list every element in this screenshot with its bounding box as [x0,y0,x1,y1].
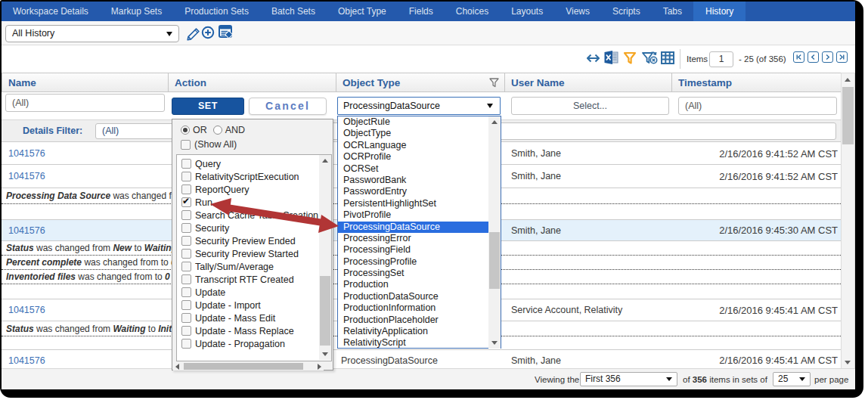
option-checkbox[interactable] [181,210,191,220]
scroll-left-icon[interactable] [175,364,179,370]
object-type-option[interactable]: ProcessingSet [338,268,501,279]
object-type-option[interactable]: ProductionInformation [338,302,501,314]
object-type-option[interactable]: ProductionDataSource [338,291,501,302]
object-type-option[interactable]: OCRLanguage [338,140,501,151]
object-type-option[interactable]: ProcessingError [338,233,501,244]
scroll-right-icon[interactable] [318,364,321,370]
tab-history[interactable]: History [693,2,746,21]
user-name-filter-select[interactable]: Select... [511,97,669,115]
action-filter-option[interactable]: Security [177,222,331,234]
object-type-option[interactable]: PasswordBank [338,175,501,186]
show-all-checkbox[interactable] [181,140,191,150]
scroll-down-button[interactable] [319,349,331,360]
tab-views[interactable]: Views [554,2,601,21]
action-filter-option[interactable]: Update - Mass Replace [177,324,331,337]
action-filter-option[interactable]: Update [177,286,331,299]
object-type-option[interactable]: PersistentHighlightSet [338,198,501,209]
cell-name[interactable]: 1041576 [2,165,168,188]
option-checkbox[interactable] [181,287,191,297]
vertical-scrollbar[interactable] [841,73,855,368]
tab-batch-sets[interactable]: Batch Sets [260,2,327,21]
tab-object-type[interactable]: Object Type [327,2,398,21]
timestamp-filter-input[interactable]: (All) [678,97,837,115]
items-page-input[interactable]: 1 [709,51,733,67]
action-filter-option[interactable]: ReportQuery [177,183,331,196]
option-checkbox[interactable] [181,159,191,169]
cancel-button[interactable]: Cancel [249,98,327,115]
object-type-option[interactable]: ProcessingDataSource [338,222,501,233]
object-type-option[interactable]: OCRProfile [338,151,501,163]
previous-page-button[interactable] [808,51,819,63]
column-header-name[interactable]: Name [2,73,169,92]
tab-tabs[interactable]: Tabs [652,2,693,21]
tab-fields[interactable]: Fields [398,2,445,21]
object-type-option[interactable]: ProductionPlaceholder [338,315,501,326]
resize-columns-icon[interactable] [587,54,600,63]
edit-pencil-icon[interactable] [185,26,200,42]
action-filter-option[interactable]: Update - Propagation [177,337,331,350]
and-radio[interactable] [213,126,222,135]
cell-name[interactable]: 1041576 [2,350,168,368]
object-type-option[interactable]: RelativityScript [338,337,501,349]
option-checkbox[interactable] [181,197,191,207]
action-filter-option[interactable]: Update - Mass Edit [177,312,331,324]
column-header-timestamp[interactable]: Timestamp [672,73,842,92]
option-checkbox[interactable] [181,249,191,259]
action-filter-option[interactable]: Security Preview Ended [177,234,331,247]
option-checkbox[interactable] [181,223,191,233]
object-type-option[interactable]: ObjectRule [338,116,501,128]
option-checkbox[interactable] [181,313,191,323]
option-checkbox[interactable] [181,300,191,310]
export-excel-icon[interactable] [604,51,618,64]
option-checkbox[interactable] [181,326,191,336]
object-type-option[interactable]: ProcessingField [338,244,501,256]
last-page-button[interactable] [836,51,848,63]
action-filter-option[interactable]: Security Preview Started [177,247,331,260]
tab-production-sets[interactable]: Production Sets [173,2,260,21]
object-type-option[interactable]: Production [338,279,501,290]
option-checkbox[interactable] [181,184,191,194]
filter-icon[interactable] [623,51,637,65]
page-size-select[interactable]: 25 [773,372,811,386]
option-checkbox[interactable] [181,274,191,284]
scrollbar-thumb[interactable] [320,276,330,346]
next-page-button[interactable] [822,51,833,63]
object-type-option[interactable]: RelativityApplication [338,326,501,337]
action-filter-option[interactable]: Transcript RTF Created [177,273,331,286]
add-circle-icon[interactable] [201,26,215,39]
action-filter-option[interactable]: Query [177,157,331,170]
action-filter-option[interactable]: Search Cache Table Creation [177,209,331,222]
scrollbar-thumb[interactable] [842,87,854,144]
tab-layouts[interactable]: Layouts [500,2,554,21]
scroll-up-button[interactable] [842,73,854,86]
object-type-option[interactable]: ProcessingProfile [338,256,501,268]
action-filter-option[interactable]: RelativityScriptExecution [177,170,331,183]
option-checkbox[interactable] [181,236,191,246]
action-filter-option[interactable]: Update - Import [177,299,331,312]
object-type-filter-select[interactable]: ProcessingDataSource [337,97,501,115]
column-header-user-name[interactable]: User Name [505,73,672,92]
set-button[interactable]: SET [172,98,244,115]
object-type-option[interactable]: ObjectType [338,128,501,139]
scrollbar-thumb[interactable] [489,232,500,289]
object-type-option[interactable]: PivotProfile [338,209,501,221]
name-filter-input[interactable]: (All) [5,94,165,112]
scroll-down-button[interactable] [488,337,501,349]
tab-workspace-details[interactable]: Workspace Details [2,2,100,21]
view-details-icon[interactable] [219,25,234,40]
grid-columns-icon[interactable] [661,51,674,64]
scroll-up-button[interactable] [319,155,331,166]
clear-filter-icon[interactable] [642,51,659,65]
option-checkbox[interactable] [181,339,191,349]
list-scrollbar[interactable] [319,155,331,360]
cell-name[interactable]: 1041576 [2,220,168,240]
action-filter-option[interactable]: Run [177,196,331,209]
object-type-option[interactable]: OCRSet [338,163,501,175]
action-filter-option[interactable]: Tally/Sum/Average [177,260,331,273]
set-range-select[interactable]: First 356 [580,372,677,386]
dropdown-scrollbar[interactable] [488,116,501,348]
object-type-option[interactable]: PasswordEntry [338,186,501,197]
tab-scripts[interactable]: Scripts [601,2,652,21]
cell-name[interactable]: 1041576 [2,143,168,164]
show-all-option[interactable]: (Show All) [181,139,237,150]
